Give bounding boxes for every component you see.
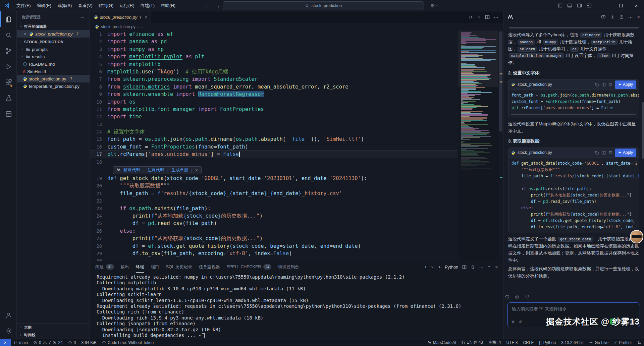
chevron-down-icon[interactable] — [477, 15, 481, 19]
activity-explorer[interactable] — [0, 11, 16, 27]
section-1[interactable]: 时间线 — [17, 331, 90, 339]
minimap[interactable] — [458, 31, 498, 261]
trash-icon[interactable] — [471, 265, 475, 269]
thumbs-up-icon[interactable] — [515, 294, 520, 299]
tree-item-prompts[interactable]: prompts — [17, 46, 90, 53]
panel-tab-5[interactable]: 任务监视器 — [199, 261, 220, 273]
command-center-extra[interactable] — [431, 0, 439, 11]
inline-chat-action-2[interactable]: 生成单测 — [171, 167, 188, 173]
menu-item-2[interactable]: 选择(S) — [54, 0, 75, 11]
ime-chip-2[interactable]: ， — [624, 319, 630, 325]
apply-button[interactable]: ✦Apply — [615, 80, 636, 89]
close-icon[interactable]: × — [629, 0, 644, 11]
tree-item-results[interactable]: results — [17, 53, 90, 60]
maximize-icon[interactable] — [613, 0, 629, 11]
menu-item-3[interactable]: 查看(V) — [75, 0, 95, 11]
horizontal-scrollbar[interactable] — [511, 114, 636, 115]
tree-item-stock-prediction-py[interactable]: stock_prediction.py7 — [17, 75, 90, 82]
status-codetime[interactable]: CodeTime: Without Token — [99, 339, 156, 346]
menu-item-5[interactable]: 运行(R) — [116, 0, 137, 11]
ime-chip-0[interactable] — [610, 319, 616, 325]
tree-item-simhei-ttf[interactable]: ASimHei.ttf — [17, 68, 90, 75]
ai-chat-input[interactable]: 输入消息或者 "/" 来选择指令 ※# 中，半 — [507, 302, 640, 327]
chevron-down-icon[interactable] — [431, 265, 434, 269]
more-icon[interactable]: ⋯ — [80, 14, 85, 20]
hash-icon[interactable]: # — [519, 320, 522, 324]
panel-tab-7[interactable]: 调试控制台 — [278, 261, 299, 273]
status-encoding[interactable]: UTF-8 — [503, 339, 520, 346]
status-go-live[interactable]: Go Live — [586, 339, 611, 346]
split-icon[interactable] — [462, 265, 467, 269]
copy-icon[interactable] — [595, 82, 599, 87]
run-icon[interactable] — [469, 15, 473, 19]
command-center-search[interactable]: stock_prediction — [223, 1, 424, 10]
minimize-icon[interactable] — [598, 0, 613, 11]
activity-extensions[interactable] — [0, 74, 16, 90]
menu-item-1[interactable]: 编辑(E) — [34, 0, 54, 11]
activity-run-debug[interactable] — [0, 59, 16, 74]
arrow-right-icon[interactable]: → — [215, 3, 220, 8]
status-indentation[interactable]: 空格: 4 — [486, 339, 503, 346]
panel-tab-1[interactable]: 输出 — [121, 261, 129, 273]
panel-tab-6[interactable]: SPELL CHECKER24 — [226, 261, 271, 273]
breadcrumb[interactable]: stock_prediction.py › … — [90, 23, 503, 31]
activity-remote-explorer[interactable] — [0, 106, 16, 122]
menu-item-0[interactable]: 文件(F) — [13, 0, 34, 11]
status-problems[interactable]: 0724 — [31, 339, 65, 346]
terminal-tab-python[interactable]: Python — [438, 265, 458, 270]
menu-item-6[interactable]: 终端(T) — [137, 0, 158, 11]
horizontal-scrollbar[interactable] — [509, 27, 639, 28]
diff-icon[interactable] — [601, 151, 606, 155]
new-chat-icon[interactable] — [601, 15, 606, 19]
inline-chat-action-0[interactable]: 解释代码 — [124, 167, 141, 173]
insert-icon[interactable] — [608, 82, 612, 87]
panel-tab-2[interactable]: 终端 — [136, 261, 144, 273]
menu-item-7[interactable]: 帮助(H) — [158, 0, 178, 11]
section-0[interactable]: 大纲 — [17, 323, 90, 331]
status-remote[interactable] — [0, 339, 11, 346]
code-editor[interactable]: 1import efinance as ef2import pandas as … — [90, 31, 503, 261]
close-icon[interactable]: × — [637, 15, 640, 19]
arrow-left-icon[interactable]: ← — [205, 3, 210, 8]
close-icon[interactable]: × — [495, 265, 498, 269]
status-git-branch[interactable]: main — [11, 339, 31, 346]
status-prettier[interactable]: ✓Prettier — [611, 339, 635, 346]
diff-icon[interactable] — [601, 82, 606, 87]
gear-icon[interactable] — [610, 15, 615, 19]
tab-stock-prediction[interactable]: stock_prediction.py 7 × — [90, 11, 151, 23]
close-icon[interactable]: × — [145, 15, 147, 20]
status-python-version[interactable]: 3.10.2 64-bit — [558, 339, 586, 346]
insert-icon[interactable] — [608, 151, 612, 155]
activity-source-control[interactable] — [0, 43, 16, 59]
toggle-panel-icon[interactable] — [567, 3, 572, 8]
activity-testing[interactable] — [0, 90, 16, 106]
thumbs-down-icon[interactable] — [525, 294, 530, 299]
open-editors-section[interactable]: 打开的编辑器 — [17, 23, 90, 30]
toggle-sidebar-icon[interactable] — [557, 3, 562, 8]
status-file-size[interactable]: 8.64 KiB — [78, 339, 99, 346]
tree-item-temperature-prediction-py[interactable]: temperature_prediction.py — [17, 82, 90, 90]
more-icon[interactable]: ⋯ — [494, 15, 498, 19]
terminal-output[interactable]: Requirement already satisfied: numpy in … — [90, 273, 503, 339]
inline-chat-action-1[interactable]: 注释代码 — [148, 167, 164, 173]
reference-icon[interactable]: ※ — [511, 320, 515, 324]
split-icon[interactable] — [485, 15, 490, 19]
editor-scrollbar[interactable] — [498, 31, 503, 261]
ime-chip-3[interactable]: 半 — [630, 319, 636, 325]
history-icon[interactable] — [619, 15, 624, 19]
more-icon[interactable]: ⋯ — [479, 265, 483, 269]
status-eol[interactable]: CRLF — [520, 339, 536, 346]
tree-item-readme-md[interactable]: README.md — [17, 60, 90, 68]
plus-icon[interactable]: + — [424, 265, 427, 269]
customize-layout-icon[interactable] — [587, 3, 592, 8]
toggle-secondary-sidebar-icon[interactable] — [577, 3, 582, 8]
inline-chat-widget[interactable]: 解释代码|注释代码|生成单测|× — [113, 166, 202, 174]
chevron-up-icon[interactable] — [487, 265, 491, 269]
copy-icon[interactable] — [595, 151, 599, 155]
ai-panel-scrollbar[interactable] — [642, 102, 644, 159]
activity-settings[interactable] — [0, 323, 16, 339]
menu-item-4[interactable]: 转到(G) — [96, 0, 117, 11]
status-notifications[interactable] — [635, 339, 644, 346]
status-marscode[interactable]: MarsCode AI — [425, 339, 459, 346]
more-icon[interactable]: ⋯ — [628, 15, 633, 19]
